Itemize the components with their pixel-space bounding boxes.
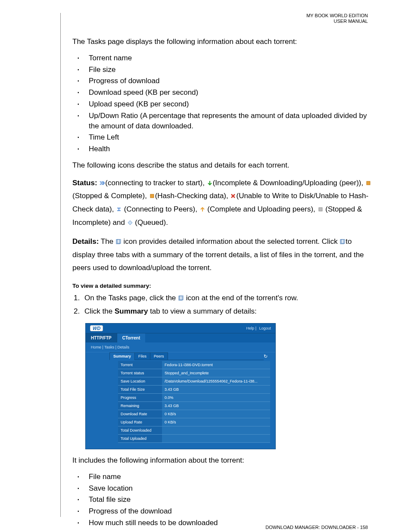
stopped-incomplete-icon [318,207,323,212]
status-paragraph: Status: (connecting to tracker to start)… [72,177,374,229]
vertical-rule [60,13,61,517]
row-value: 0.0% [162,394,270,401]
tab-http-ftp[interactable]: HTTP/FTP [86,333,117,342]
row-value [162,426,270,434]
row-value: 0 KB/s [162,410,270,418]
row-label: Download Rate [118,410,162,418]
details-icon [116,239,121,244]
subtab-peers[interactable]: Peers [150,352,168,360]
page-header: MY BOOK WORLD EDITION USER MANUAL [306,13,368,24]
hash-checking-icon [149,193,155,199]
header-line-1: MY BOOK WORLD EDITION [306,13,368,19]
svg-rect-1 [150,194,154,198]
list-item: Save location [85,483,374,494]
breadcrumb: Home | Tasks | Details [86,342,275,352]
list-item: Upload speed (KB per second) [85,99,374,109]
top-links: Help | Logout [245,326,271,330]
page-footer: DOWNLOAD MANAGER: DOWNLOADER - 158 [265,525,368,530]
logout-link[interactable]: Logout [259,326,271,330]
list-item: Up/Down Ratio (A percentage that represe… [85,111,374,131]
icons-intro: The following icons describe the status … [72,160,374,171]
list-item: Torrent name [85,53,374,63]
subtab-files[interactable]: Files [134,352,150,360]
summary-table: TorrentFedora-11-i386-DVD.torrent Torren… [118,361,270,443]
tasks-info-list: Torrent name File size Progress of downl… [72,53,374,154]
row-value: Stopped_and_Incomplete [162,369,270,377]
row-value [162,435,270,442]
row-value: /DataVolume/Download/1255554062_Fedora-1… [162,377,270,385]
embedded-screenshot: WD Help | Logout HTTP/FTP CTorrent Home … [85,323,276,449]
row-label: Total Uploaded [118,435,162,442]
row-value: 0 KB/s [162,418,270,426]
incomplete-downloading-icon [207,180,212,186]
intro-text: The Tasks page displays the following in… [72,37,374,47]
row-value: Fedora-11-i386-DVD.torrent [162,361,270,369]
torrent-info-list: File name Save location Total file size … [72,472,374,528]
list-item: File name [85,472,374,482]
after-screenshot-text: It includes the following information ab… [72,455,374,466]
details-icon [178,296,184,301]
steps-list: On the Tasks page, click the icon at the… [72,292,374,317]
row-value: 3.43 GB [162,386,270,393]
svg-rect-2 [319,208,322,211]
list-item: Progress of the download [85,506,374,516]
row-label: Upload Rate [118,418,162,426]
list-item: Download speed (KB per second) [85,87,374,98]
row-label: Total Downloaded [118,426,162,434]
refresh-icon[interactable]: ↻ [264,354,270,360]
list-item: Progress of download [85,76,374,86]
list-item: Time Left [85,132,374,143]
wd-logo: WD [90,325,103,331]
connecting-peers-icon [116,207,121,212]
row-value: 3.43 GB [162,402,270,410]
step-2: Click the Summary tab to view a summary … [82,306,374,317]
header-line-2: USER MANUAL [306,19,368,24]
svg-rect-0 [367,181,370,185]
stopped-complete-icon [366,180,371,186]
complete-uploading-icon [200,207,205,212]
unable-write-icon [230,193,236,199]
connecting-tracker-icon [100,180,105,186]
list-item: Health [85,144,374,154]
details-icon [340,239,345,244]
status-label: Status: [72,179,97,187]
row-label: Torrent status [118,369,162,377]
subheading: To view a detailed summary: [72,283,374,289]
help-link[interactable]: Help [246,326,255,330]
row-label: Save Location [118,377,162,385]
details-label: Details: [72,237,99,246]
list-item: File size [85,65,374,75]
row-label: Progress [118,394,162,401]
list-item: Total file size [85,495,374,505]
row-label: Torrent [118,361,162,369]
row-label: Total File Size [118,386,162,393]
step-1: On the Tasks page, click the icon at the… [82,292,374,304]
queued-icon [128,220,133,225]
tab-ctorrent[interactable]: CTorrent [117,333,145,342]
subtab-summary[interactable]: Summary [109,352,135,360]
details-paragraph: Details: The icon provides detailed info… [72,235,374,275]
row-label: Remaining [118,402,162,410]
